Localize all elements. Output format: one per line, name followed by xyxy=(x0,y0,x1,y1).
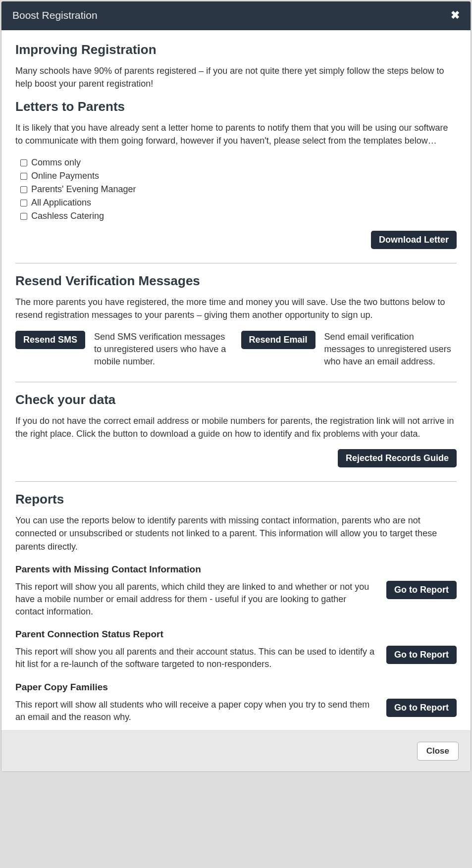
reports-heading: Reports xyxy=(15,492,457,507)
checkbox-online-payments[interactable]: Online Payments xyxy=(20,169,457,183)
checkbox-label: Cashless Catering xyxy=(31,211,104,221)
resend-heading: Resend Verification Messages xyxy=(15,273,457,289)
check-data-heading: Check your data xyxy=(15,392,457,408)
improving-registration-text: Many schools have 90% of parents registe… xyxy=(15,64,457,90)
checkbox-label: Online Payments xyxy=(31,171,99,181)
checkbox-label: Comms only xyxy=(31,157,81,168)
go-to-report-button[interactable]: Go to Report xyxy=(386,581,457,599)
checkbox-icon[interactable] xyxy=(20,200,27,206)
resend-email-desc: Send email verification messages to unre… xyxy=(324,331,457,368)
checkbox-parents-evening-manager[interactable]: Parents' Evening Manager xyxy=(20,183,457,196)
go-to-report-button[interactable]: Go to Report xyxy=(386,646,457,664)
divider xyxy=(15,382,457,382)
resend-actions-row: Resend SMS Send SMS verification message… xyxy=(15,331,457,368)
resend-email-button[interactable]: Resend Email xyxy=(241,331,315,349)
modal-title: Boost Registration xyxy=(12,9,98,21)
close-icon[interactable]: ✖ xyxy=(451,10,460,21)
checkbox-icon[interactable] xyxy=(20,173,27,180)
resend-text: The more parents you have registered, th… xyxy=(15,296,457,321)
resend-sms-button[interactable]: Resend SMS xyxy=(15,331,85,349)
report-title-connection-status: Parent Connection Status Report xyxy=(15,629,457,640)
download-letter-button[interactable]: Download Letter xyxy=(371,231,457,249)
checkbox-icon[interactable] xyxy=(20,159,27,166)
go-to-report-button[interactable]: Go to Report xyxy=(386,699,457,717)
report-desc: This report will show all students who w… xyxy=(15,699,376,723)
improving-registration-heading: Improving Registration xyxy=(15,42,457,57)
resend-sms-group: Resend SMS Send SMS verification message… xyxy=(15,331,231,368)
modal-header: Boost Registration ✖ xyxy=(1,1,471,30)
modal-body: Improving Registration Many schools have… xyxy=(1,30,471,730)
resend-email-group: Resend Email Send email verification mes… xyxy=(241,331,457,368)
rejected-records-guide-button[interactable]: Rejected Records Guide xyxy=(338,449,457,467)
report-title-paper-copy: Paper Copy Families xyxy=(15,682,457,693)
divider xyxy=(15,481,457,482)
checkbox-cashless-catering[interactable]: Cashless Catering xyxy=(20,209,457,223)
report-row-connection-status: This report will show you all parents an… xyxy=(15,646,457,670)
report-desc: This report will show you all parents an… xyxy=(15,646,376,670)
report-row-missing-contact: This report will show you all parents, w… xyxy=(15,581,457,618)
modal-footer: Close xyxy=(1,730,471,771)
checkbox-all-applications[interactable]: All Applications xyxy=(20,196,457,209)
report-desc: This report will show you all parents, w… xyxy=(15,581,376,618)
checkbox-label: Parents' Evening Manager xyxy=(31,184,136,195)
letters-text: It is likely that you have already sent … xyxy=(15,121,457,147)
letters-options-list: Comms only Online Payments Parents' Even… xyxy=(15,156,457,223)
checkbox-icon[interactable] xyxy=(20,186,27,193)
report-row-paper-copy: This report will show all students who w… xyxy=(15,699,457,723)
check-data-text: If you do not have the correct email add… xyxy=(15,414,457,440)
divider xyxy=(15,263,457,263)
resend-sms-desc: Send SMS verification messages to unregi… xyxy=(94,331,231,368)
reports-text: You can use the reports below to identif… xyxy=(15,514,457,553)
checkbox-icon[interactable] xyxy=(20,213,27,220)
close-button[interactable]: Close xyxy=(417,742,459,761)
letters-heading: Letters to Parents xyxy=(15,99,457,114)
checkbox-label: All Applications xyxy=(31,198,91,208)
boost-registration-modal: Boost Registration ✖ Improving Registrat… xyxy=(1,1,471,772)
report-title-missing-contact: Parents with Missing Contact Information xyxy=(15,564,457,575)
checkbox-comms-only[interactable]: Comms only xyxy=(20,156,457,169)
